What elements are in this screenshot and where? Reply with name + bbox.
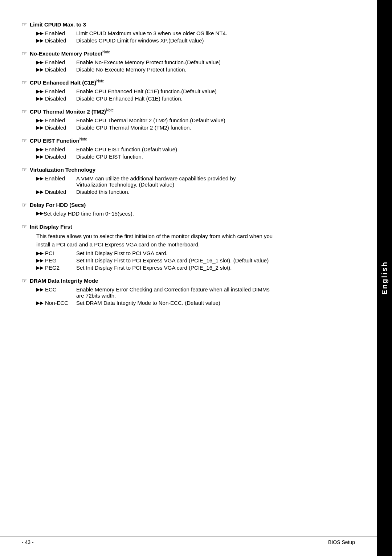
option-desc: Disabled this function. <box>76 189 345 195</box>
option-row: ▶▶EnabledA VMM can utilize the additiona… <box>36 175 345 188</box>
section-heading-no-execute: ☞No-Execute Memory ProtectNote <box>22 50 345 57</box>
sidebar-english: English <box>377 0 392 556</box>
option-label-text: Disabled <box>45 124 66 131</box>
heading-text-cpu-enhanced-halt: CPU Enhanced Halt (C1E)Note <box>30 79 104 86</box>
option-desc: Set Init Display First to PCI Express VG… <box>76 257 345 263</box>
option-desc: Disables CPUID Limit for windows XP.(Def… <box>76 37 345 44</box>
option-row-delay-hdd: ▶▶ Set delay HDD time from 0~15(secs). <box>36 210 345 217</box>
option-label: ▶▶Disabled <box>36 95 76 102</box>
option-desc: Set DRAM Data Integrity Mode to Non-ECC.… <box>76 300 345 306</box>
arrow-icon: ▶▶ <box>36 30 44 36</box>
section-heading-virtualization: ☞Virtualization Technology <box>22 166 345 173</box>
option-label-text: Enabled <box>45 59 65 65</box>
option-desc: A VMM can utilize the additional hardwar… <box>76 175 345 188</box>
heading-text-delay-hdd: Delay For HDD (Secs) <box>30 202 86 208</box>
option-label-text: Enabled <box>45 117 65 123</box>
section-heading-limit-cpuid: ☞Limit CPUID Max. to 3 <box>22 21 345 28</box>
option-label-text: Disabled <box>45 66 66 73</box>
option-label-text: Non-ECC <box>45 300 68 306</box>
option-label: ▶▶PEG2 <box>36 265 76 271</box>
option-row: ▶▶EnabledEnable CPU EIST function.(Defau… <box>36 146 345 152</box>
option-row: ▶▶DisabledDisabled this function. <box>36 189 345 195</box>
option-label-text: PCI <box>45 250 54 256</box>
option-label: ▶▶Disabled <box>36 66 76 73</box>
option-row: ▶▶EnabledLimit CPUID Maximum value to 3 … <box>36 30 345 36</box>
footer-title: BIOS Setup <box>328 539 355 545</box>
main-content: ☞Limit CPUID Max. to 3▶▶EnabledLimit CPU… <box>22 21 345 306</box>
section-heading-cpu-enhanced-halt: ☞CPU Enhanced Halt (C1E)Note <box>22 79 345 86</box>
heading-text-dram-data-integrity: DRAM Data Integrity Mode <box>30 278 98 284</box>
heading-text-no-execute: No-Execute Memory ProtectNote <box>30 50 110 57</box>
superscript-cpu-eist: Note <box>79 137 87 141</box>
option-row: ▶▶PEG2Set Init Display First to PCI Expr… <box>36 265 345 271</box>
option-row: ▶▶DisabledDisable No-Execute Memory Prot… <box>36 66 345 73</box>
option-label: ▶▶PEG <box>36 257 76 263</box>
heading-text-cpu-eist: CPU EIST FunctionNote <box>30 137 87 144</box>
option-label-text: PEG2 <box>45 265 60 271</box>
option-row: ▶▶DisabledDisable CPU EIST function. <box>36 154 345 160</box>
section-heading-cpu-thermal-monitor: ☞CPU Thermal Monitor 2 (TM2)Note <box>22 108 345 115</box>
option-label: ▶▶Enabled <box>36 88 76 94</box>
option-label-text: Enabled <box>45 146 65 152</box>
option-row: ▶▶PCISet Init Display First to PCI VGA c… <box>36 250 345 256</box>
arrow-icon: ▶▶ <box>36 147 44 152</box>
option-row: ▶▶Non-ECCSet DRAM Data Integrity Mode to… <box>36 300 345 306</box>
superscript-cpu-thermal-monitor: Note <box>106 108 114 112</box>
arrow-icon: ▶▶ <box>36 176 44 181</box>
arrow-icon: ▶▶ <box>36 287 44 292</box>
option-label: ▶▶Enabled <box>36 146 76 152</box>
option-label: ▶▶Enabled <box>36 175 76 181</box>
option-desc: Disable CPU EIST function. <box>76 154 345 160</box>
option-row: ▶▶DisabledDisables CPUID Limit for windo… <box>36 37 345 44</box>
cursor-icon: ☞ <box>22 108 27 115</box>
option-label: ▶▶ECC <box>36 286 76 293</box>
arrow-icon: ▶▶ <box>36 210 44 216</box>
heading-text-init-display: Init Display First <box>30 224 72 230</box>
cursor-icon: ☞ <box>22 201 27 208</box>
option-desc: Disable No-Execute Memory Protect functi… <box>76 66 345 73</box>
arrow-icon: ▶▶ <box>36 96 44 101</box>
arrow-icon: ▶▶ <box>36 89 44 94</box>
arrow-icon: ▶▶ <box>36 125 44 130</box>
sidebar-english-text: English <box>380 261 389 295</box>
section-heading-cpu-eist: ☞CPU EIST FunctionNote <box>22 137 345 144</box>
arrow-icon: ▶▶ <box>36 154 44 159</box>
heading-text-limit-cpuid: Limit CPUID Max. to 3 <box>30 21 86 28</box>
arrow-icon: ▶▶ <box>36 118 44 123</box>
cursor-icon: ☞ <box>22 277 27 284</box>
superscript-cpu-enhanced-halt: Note <box>96 79 104 83</box>
option-row: ▶▶EnabledEnable CPU Thermal Monitor 2 (T… <box>36 117 345 123</box>
option-desc: Enable CPU Thermal Monitor 2 (TM2) funct… <box>76 117 345 123</box>
option-label: ▶▶Non-ECC <box>36 300 76 306</box>
page-container: English ☞Limit CPUID Max. to 3▶▶EnabledL… <box>0 0 392 556</box>
option-label: ▶▶Disabled <box>36 189 76 195</box>
option-row: ▶▶PEGSet Init Display First to PCI Expre… <box>36 257 345 263</box>
cursor-icon: ☞ <box>22 50 27 57</box>
option-label-text: Disabled <box>45 154 66 160</box>
option-label-text: Disabled <box>45 37 66 44</box>
section-desc-init-display: This feature allows you to select the fi… <box>36 232 345 249</box>
option-row: ▶▶DisabledDisable CPU Enhanced Halt (C1E… <box>36 95 345 102</box>
arrow-icon: ▶▶ <box>36 250 44 256</box>
option-desc: Disable CPU Thermal Monitor 2 (TM2) func… <box>76 124 345 131</box>
option-label: ▶▶Enabled <box>36 117 76 123</box>
option-label-text: ECC <box>45 286 57 293</box>
option-desc: Set Init Display First to PCI Express VG… <box>76 265 345 271</box>
cursor-icon: ☞ <box>22 223 27 230</box>
option-label: ▶▶Enabled <box>36 59 76 65</box>
option-label: ▶▶Disabled <box>36 37 76 44</box>
option-desc: Limit CPUID Maximum value to 3 when use … <box>76 30 345 36</box>
option-label-text: PEG <box>45 257 57 263</box>
option-desc: Enable Memory Error Checking and Correct… <box>76 286 345 299</box>
option-desc: Enable CPU Enhanced Halt (C1E) function.… <box>76 88 345 94</box>
heading-text-cpu-thermal-monitor: CPU Thermal Monitor 2 (TM2)Note <box>30 108 114 115</box>
section-heading-init-display: ☞Init Display First <box>22 223 345 230</box>
option-label: ▶▶Disabled <box>36 154 76 160</box>
option-label: ▶▶Enabled <box>36 30 76 36</box>
arrow-icon: ▶▶ <box>36 265 44 270</box>
option-desc: Enable No-Execute Memory Protect functio… <box>76 59 345 65</box>
superscript-no-execute: Note <box>102 50 110 54</box>
option-desc: Disable CPU Enhanced Halt (C1E) function… <box>76 95 345 102</box>
option-label-text: Disabled <box>45 95 66 102</box>
cursor-icon: ☞ <box>22 79 27 86</box>
